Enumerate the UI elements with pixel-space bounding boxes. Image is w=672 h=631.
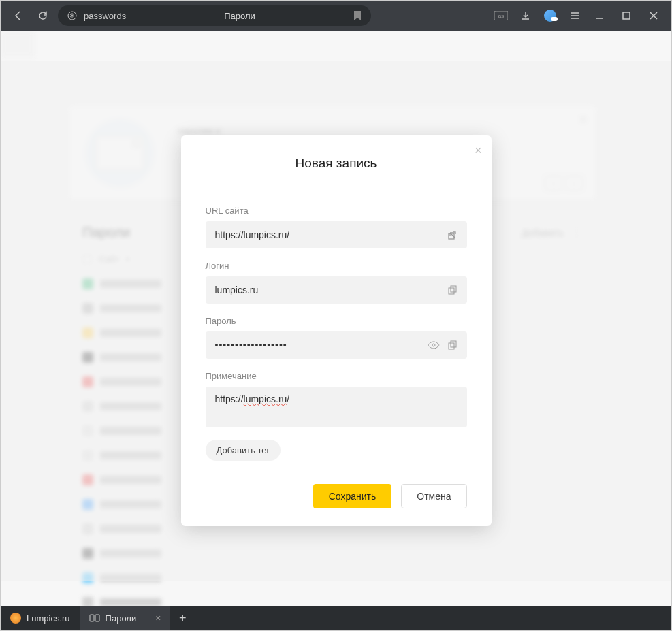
menu-icon[interactable] [565,6,584,25]
page-background: × паролям и ‹› Пароли Добавить ⋮ Сайт ▾ [1,31,671,606]
tab-bar: Lumpics.ru Пароли × + [1,606,671,630]
bookmark-icon[interactable] [353,11,362,20]
dialog-title: Новая запись [195,156,478,171]
password-label: Пароль [206,316,467,326]
copy-password-icon[interactable] [447,339,459,351]
open-link-icon[interactable] [447,229,459,241]
back-icon[interactable] [9,6,28,25]
url-label: URL сайта [206,206,467,216]
tab-lumpics[interactable]: Lumpics.ru [1,606,80,630]
yandex-logo-icon [67,11,77,20]
note-label: Примечание [206,371,467,381]
svg-rect-3 [623,12,630,19]
url-input[interactable] [206,221,467,248]
modal-overlay: × Новая запись URL сайта Логин [1,61,671,581]
login-label: Логин [206,261,467,271]
svg-rect-8 [449,343,454,349]
save-button[interactable]: Сохранить [313,484,392,508]
copy-login-icon[interactable] [447,284,459,296]
close-icon[interactable]: × [475,144,482,158]
minimize-icon[interactable] [590,6,609,25]
svg-rect-11 [95,615,99,621]
new-entry-dialog: × Новая запись URL сайта Логин [181,135,492,526]
browser-toolbar: passwords Пароли as [1,1,671,31]
lumpics-favicon-icon [10,613,21,624]
svg-rect-10 [90,615,94,621]
weather-icon[interactable] [541,6,560,25]
svg-rect-9 [451,341,456,347]
download-icon[interactable] [516,6,535,25]
close-window-icon[interactable] [644,6,663,25]
svg-text:as: as [498,13,504,19]
add-tag-button[interactable]: Добавить тег [206,440,281,461]
url-text: passwords [84,11,126,21]
tab-label: Lumpics.ru [27,613,70,624]
login-input[interactable] [206,276,467,304]
address-bar[interactable]: passwords Пароли [58,5,371,26]
maximize-icon[interactable] [617,6,636,25]
svg-rect-6 [451,286,456,292]
show-password-icon[interactable] [428,339,440,351]
tab-passwords[interactable]: Пароли × [80,606,171,630]
close-tab-icon[interactable]: × [155,613,161,624]
svg-point-7 [432,344,435,346]
new-tab-button[interactable]: + [170,606,195,630]
reload-icon[interactable] [33,6,52,25]
page-title: Пароли [133,11,347,21]
note-input[interactable]: https://lumpics.ru/ [206,387,467,427]
tab-label: Пароли [106,613,137,624]
lastfm-icon[interactable]: as [492,6,511,25]
passwords-favicon-icon [89,613,100,624]
cancel-button[interactable]: Отмена [401,484,466,508]
svg-rect-5 [449,288,454,294]
